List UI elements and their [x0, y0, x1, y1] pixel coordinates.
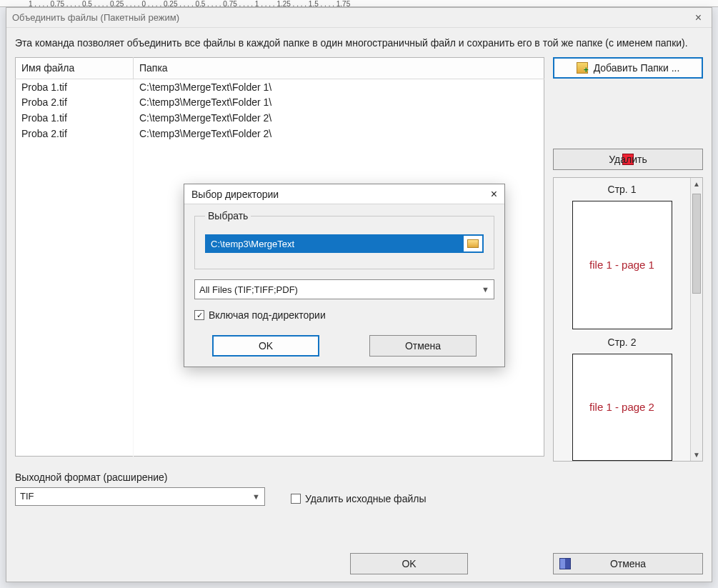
dialog-title: Выбор директории [191, 189, 279, 200]
cell-filename: Proba 2.tif [16, 94, 134, 110]
preview-thumbnail[interactable]: file 1 - page 2 [572, 354, 672, 461]
col-header-filename[interactable]: Имя файла [16, 57, 134, 79]
include-subdirs-label: Включая под-директории [209, 309, 326, 321]
preview-thumbnail-text: file 1 - page 1 [589, 259, 654, 271]
cancel-icon [559, 558, 571, 569]
choose-group: Выбрать C:\temp3\MergeText [194, 210, 494, 269]
window-title: Объединить файлы (Пакетный режим) [12, 8, 179, 28]
file-filter-value: All Files (TIF;TIFF;PDF) [199, 284, 298, 295]
ok-label: OK [402, 558, 416, 569]
include-subdirs-checkbox[interactable]: ✓ Включая под-директории [194, 309, 494, 321]
cell-folder: C:\temp3\MergeText\Folder 2\ [134, 110, 544, 126]
chevron-down-icon: ▼ [482, 285, 489, 294]
col-header-folder[interactable]: Папка [134, 57, 544, 79]
scroll-thumb[interactable] [692, 194, 701, 294]
add-folders-button[interactable]: Добавить Папки ... [553, 57, 703, 79]
cell-filename: Proba 1.tif [16, 110, 134, 126]
titlebar: Объединить файлы (Пакетный режим) × [6, 8, 712, 28]
directory-path-input[interactable]: C:\temp3\MergeText [205, 234, 484, 253]
preview-thumbnail-text: file 1 - page 2 [589, 401, 654, 413]
delete-source-label: Удалить исходные файлы [305, 493, 426, 504]
ruler: 1 . . . . 0.75 . . . . 0.5 . . . . 0.25 … [0, 0, 718, 7]
cell-folder: C:\temp3\MergeText\Folder 1\ [134, 79, 544, 94]
browse-button[interactable] [464, 239, 482, 248]
table-row[interactable]: Proba 2.tif C:\temp3\MergeText\Folder 1\ [16, 94, 544, 110]
cell-filename: Proba 1.tif [16, 79, 134, 94]
folder-plus-icon [577, 62, 588, 74]
choose-group-label: Выбрать [205, 210, 251, 221]
dialog-close-button[interactable]: × [491, 188, 497, 201]
output-format-select[interactable]: TIF ▼ [15, 487, 265, 506]
table-row[interactable]: Proba 2.tif C:\temp3\MergeText\Folder 2\ [16, 126, 544, 141]
output-format-value: TIF [20, 491, 34, 502]
dialog-ok-label: OK [259, 340, 273, 352]
delete-source-checkbox[interactable]: Удалить исходные файлы [291, 493, 426, 504]
dialog-ok-button[interactable]: OK [212, 335, 319, 357]
preview-page-label: Стр. 2 [608, 337, 637, 348]
window-close-button[interactable]: × [691, 8, 706, 28]
add-folders-label: Добавить Папки ... [594, 62, 680, 74]
scroll-up-icon[interactable]: ▲ [691, 178, 702, 190]
dialog-cancel-button[interactable]: Отмена [369, 335, 477, 357]
directory-path-value: C:\temp3\MergeText [206, 236, 464, 251]
cancel-label: Отмена [610, 558, 646, 569]
cancel-button[interactable]: Отмена [553, 553, 703, 574]
dialog-cancel-label: Отмена [405, 340, 441, 352]
merge-files-window: Объединить файлы (Пакетный режим) × Эта … [6, 7, 712, 582]
preview-page-label: Стр. 1 [608, 184, 637, 195]
cell-folder: C:\temp3\MergeText\Folder 1\ [134, 94, 544, 110]
chevron-down-icon: ▼ [252, 492, 260, 501]
file-filter-select[interactable]: All Files (TIF;TIFF;PDF) ▼ [194, 279, 494, 299]
preview-panel: Стр. 1 file 1 - page 1 Стр. 2 file 1 - p… [553, 177, 703, 462]
delete-button[interactable]: Удалить [553, 149, 703, 170]
description-text: Эта команда позволяет объединить все фай… [15, 36, 703, 50]
choose-directory-dialog: Выбор директории × Выбрать C:\temp3\Merg… [184, 184, 505, 367]
cell-filename: Proba 2.tif [16, 126, 134, 141]
delete-label: Удалить [609, 154, 647, 165]
table-row[interactable]: Proba 1.tif C:\temp3\MergeText\Folder 1\ [16, 79, 544, 94]
cell-folder: C:\temp3\MergeText\Folder 2\ [134, 126, 544, 141]
scroll-down-icon[interactable]: ▼ [691, 449, 702, 461]
checkbox-box: ✓ [194, 310, 204, 320]
table-row[interactable]: Proba 1.tif C:\temp3\MergeText\Folder 2\ [16, 110, 544, 126]
preview-thumbnail[interactable]: file 1 - page 1 [572, 201, 672, 329]
checkbox-box [291, 494, 301, 504]
folder-icon [467, 239, 479, 248]
ok-button[interactable]: OK [350, 553, 468, 574]
output-format-label: Выходной формат (расширение) [15, 472, 265, 483]
preview-scrollbar[interactable]: ▲ ▼ [690, 178, 702, 461]
